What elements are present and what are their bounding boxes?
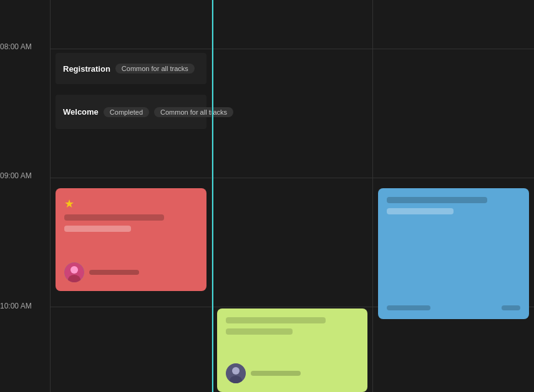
- green-event-card[interactable]: [217, 308, 368, 392]
- track-column-2: [372, 0, 534, 392]
- red-line-2: [64, 226, 131, 232]
- registration-session[interactable]: Registration Common for all tracks: [56, 53, 206, 84]
- track-column-1: [211, 0, 373, 392]
- track-column-0: Registration Common for all tracks Welco…: [50, 0, 211, 392]
- blue-bottom-tag: [387, 305, 430, 310]
- time-label-8am: 08:00 AM: [0, 42, 32, 51]
- red-line-1: [64, 214, 164, 221]
- time-label-10am: 10:00 AM: [0, 302, 32, 310]
- welcome-tag-completed: Completed: [104, 107, 149, 117]
- registration-title: Registration: [63, 64, 110, 74]
- red-avatar: [64, 262, 84, 282]
- welcome-session[interactable]: Welcome Completed Common for all tracks: [56, 95, 206, 129]
- welcome-title: Welcome: [63, 107, 99, 117]
- svg-point-1: [70, 266, 78, 274]
- red-speaker-name: [89, 270, 139, 275]
- blue-event-card[interactable]: [378, 188, 529, 319]
- blue-bottom-row: [387, 305, 520, 310]
- green-speaker-name: [251, 371, 301, 376]
- blue-line-2: [387, 208, 454, 214]
- blue-small-tag: [502, 305, 520, 310]
- teal-border: [212, 0, 213, 392]
- columns-area: Registration Common for all tracks Welco…: [50, 0, 534, 392]
- red-speaker-row: [64, 262, 139, 282]
- green-line-2: [226, 328, 293, 335]
- time-column: 08:00 AM 09:00 AM 10:00 AM: [0, 0, 50, 392]
- green-speaker-row: [226, 363, 301, 383]
- registration-tag-common: Common for all tracks: [115, 64, 195, 74]
- time-label-9am: 09:00 AM: [0, 171, 32, 180]
- red-event-card[interactable]: ★: [56, 188, 206, 291]
- star-icon: ★: [64, 197, 198, 211]
- schedule-container: 08:00 AM 09:00 AM 10:00 AM Registration …: [0, 0, 534, 392]
- blue-line-1: [387, 197, 487, 203]
- green-avatar: [226, 363, 246, 383]
- green-line-1: [226, 317, 326, 323]
- svg-point-4: [232, 367, 240, 375]
